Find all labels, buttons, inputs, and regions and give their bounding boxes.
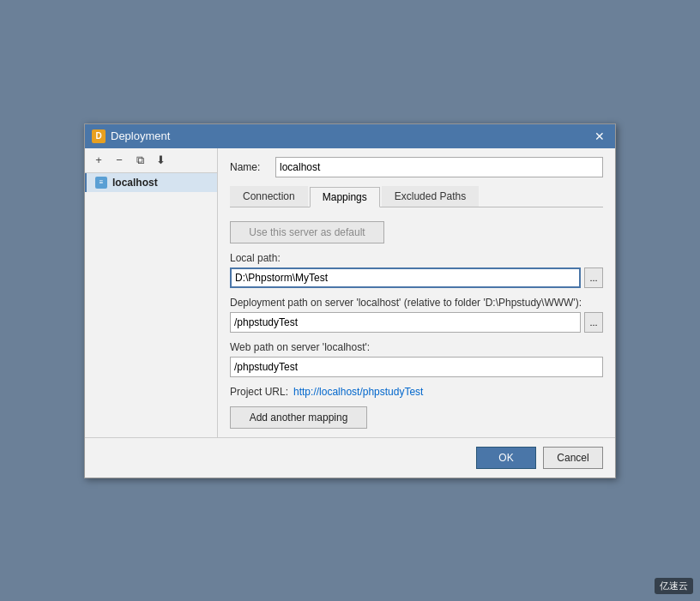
project-url-link[interactable]: http://localhost/phpstudyTest [293,386,423,398]
dialog-footer: OK Cancel [85,437,615,478]
web-path-input-row [230,357,603,377]
deployment-path-browse-button[interactable]: ... [584,312,603,333]
watermark: 亿速云 [655,578,693,594]
dialog-icon: D [92,129,106,143]
move-server-button[interactable]: ⬇ [152,152,169,169]
local-path-group: Local path: ... [230,252,603,288]
project-url-label: Project URL: [230,386,288,398]
name-label: Name: [230,161,269,173]
remove-server-button[interactable]: − [111,152,128,169]
local-path-input-row: ... [230,267,603,288]
server-icon: ≡ [95,177,107,189]
right-panel: Name: Connection Mappings Excluded Paths… [218,148,615,437]
web-path-group: Web path on server 'localhost': [230,341,603,377]
title-bar: D Deployment ✕ [85,124,615,148]
local-path-label: Local path: [230,252,603,264]
deployment-path-input[interactable] [230,312,581,333]
deployment-path-group: Deployment path on server 'localhost' (r… [230,297,603,333]
tab-mappings[interactable]: Mappings [310,187,380,207]
deployment-path-label: Deployment path on server 'localhost' (r… [230,297,603,309]
use-default-button[interactable]: Use this server as default [230,221,384,243]
ok-button[interactable]: OK [476,447,536,469]
deployment-dialog: D Deployment ✕ + − ⧉ ⬇ ≡ localhost Name: [84,123,616,478]
add-server-button[interactable]: + [90,152,107,169]
name-input[interactable] [275,157,603,177]
mappings-tab-content: Use this server as default Local path: .… [230,214,603,429]
cancel-button[interactable]: Cancel [543,447,603,469]
tab-connection[interactable]: Connection [230,186,308,207]
copy-server-button[interactable]: ⧉ [131,152,148,169]
server-label: localhost [112,177,158,189]
deployment-path-input-row: ... [230,312,603,333]
project-url-row: Project URL: http://localhost/phpstudyTe… [230,386,603,398]
server-item-localhost[interactable]: ≡ localhost [85,173,217,192]
web-path-input[interactable] [230,357,603,377]
web-path-label: Web path on server 'localhost': [230,341,603,353]
tab-excluded-paths[interactable]: Excluded Paths [382,186,479,207]
close-button[interactable]: ✕ [591,129,608,144]
title-bar-left: D Deployment [92,129,170,143]
tabs-row: Connection Mappings Excluded Paths [230,186,603,207]
dialog-body: + − ⧉ ⬇ ≡ localhost Name: Connection [85,148,615,437]
local-path-browse-button[interactable]: ... [584,267,603,288]
server-toolbar: + − ⧉ ⬇ [85,148,217,173]
add-mapping-button[interactable]: Add another mapping [230,406,367,429]
local-path-input[interactable] [230,267,581,288]
name-row: Name: [230,157,603,177]
left-panel: + − ⧉ ⬇ ≡ localhost [85,148,218,437]
dialog-title: Deployment [111,129,170,142]
